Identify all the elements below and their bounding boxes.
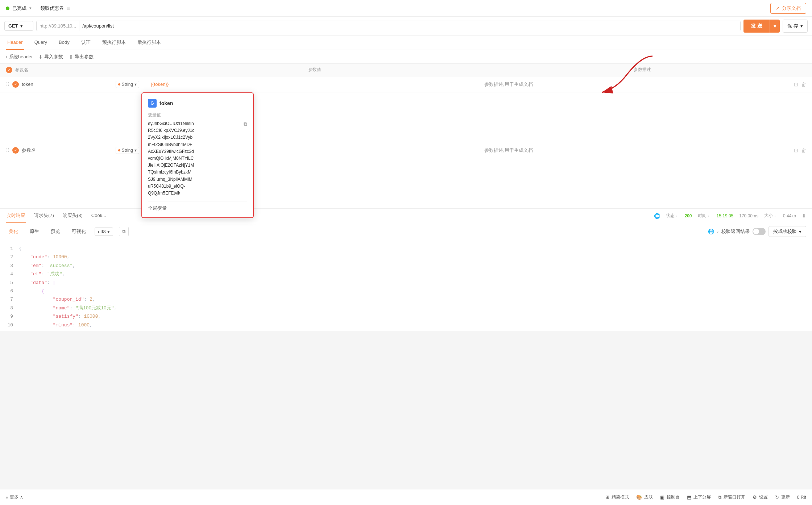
resp-tab-response-headers[interactable]: 响应头(8) [62,209,83,223]
param-type-2[interactable]: String ▾ [116,147,139,154]
size-value: 0.44kb [783,213,796,218]
size-label: 大小： [764,213,777,219]
token-value-row: eyJhbGciOiJIUzI1NiIsIn R5cCI6IkpXVCJ9.ey… [148,120,247,197]
list-icon: ≡ [67,5,70,12]
token-value-text: eyJhbGciOiJIUzI1NiIsIn R5cCI6IkpXVCJ9.ey… [148,120,194,197]
expand-system-header[interactable]: › 系统header [6,54,33,60]
resp-tab-cookies[interactable]: Cook... [91,209,107,223]
status-dot [6,7,9,10]
top-bar: 已完成 ▾ 领取优惠券 ≡ ↗ 分享文档 [0,0,812,17]
verify-toggle[interactable] [753,228,766,235]
row-actions-1: ⊡ 🗑 [794,82,806,87]
param-name-input-2[interactable] [22,147,113,153]
format-visual[interactable]: 可视化 [69,227,89,236]
token-popup-title: token [160,100,173,106]
verify-success-btn[interactable]: 按成功校验 ▾ [768,226,806,237]
drag-handle-icon-2[interactable]: ⠿ [6,147,9,153]
tab-header[interactable]: Header [6,36,24,50]
coupon-btn[interactable]: 领取优惠券 [40,5,64,12]
duration: 170.00ms [739,213,758,218]
save-button[interactable]: 保 存 ▾ [783,20,808,33]
tab-query[interactable]: Query [33,36,49,50]
download-icon[interactable]: ⬇ [802,213,806,219]
url-path-input[interactable] [79,21,740,31]
resp-toolbar: 美化 原生 预览 可视化 utf8 ▾ ⧉ 🌐 › 校验返回结果 按成功校验 ▾ [0,223,812,240]
param-delete-btn-2[interactable]: 🗑 [801,147,806,153]
resp-status-row: 🌐 状态： 200 时间： 15:19:05 170.00ms 大小： 0.44… [654,213,806,219]
sub-toolbar: › 系统header ⬇ 导入参数 ⬆ 导出参数 [0,50,812,64]
encoding-selector[interactable]: utf8 ▾ [95,228,113,236]
format-beautify[interactable]: 美化 [6,227,21,236]
param-doc-btn-1[interactable]: ⊡ [794,82,798,87]
global-vars-link[interactable]: 全局变量 [148,201,247,212]
chevron-right-verify: › [717,229,718,234]
row-check-1[interactable]: ✓ [12,81,19,88]
status-label: 状态： [666,213,679,219]
code-line: 10 "minus": 1000, [6,321,806,329]
param-desc-1: 参数描述,用于生成文档 [484,81,533,88]
copy-value-icon[interactable]: ⧉ [244,121,247,127]
param-desc-2: 参数描述,用于生成文档 [484,147,533,154]
param-value-cell-1: {{token}} [145,79,478,90]
type-dot-icon [118,83,120,85]
param-desc-cell-1: 参数描述,用于生成文档 ⊡ 🗑 [478,78,812,91]
save-chevron: ▾ [800,23,803,29]
format-raw[interactable]: 原生 [27,227,42,236]
chevron-right-icon: › [6,54,7,59]
code-line: 9 "satisfy": 10000, [6,312,806,321]
col-name-header: ✓ 参数名 [6,67,151,73]
code-line: 11 "Desc": "满100元减10元", [6,329,806,331]
verify-globe-icon: 🌐 [708,229,714,234]
param-row: ⠿ ✓ String ▾ {{token}} 参数描述,用于生成文档 ⊡ 🗑 [0,76,812,92]
tabs-bar: Header Query Body 认证 预执行脚本 后执行脚本 [0,36,812,50]
code-line: 6 { [6,287,806,295]
url-bar: GET ▾ http://39.105.10... 发 送 ▾ 保 存 ▾ [0,17,812,36]
send-button[interactable]: 发 送 ▾ [743,20,780,33]
code-line: 2 "code": 10000, [6,253,806,261]
row-check-2[interactable]: ✓ [12,147,19,154]
code-line: 4 "et": "成功", [6,270,806,278]
code-line: 3 "em": "success", [6,262,806,270]
param-name-input-1[interactable] [22,82,113,87]
import-params-btn[interactable]: ⬇ 导入参数 [38,54,63,60]
method-text: GET [8,23,18,29]
param-doc-btn-2[interactable]: ⊡ [794,147,798,153]
response-area: 实时响应 请求头(7) 响应头(8) Cook... 🌐 状态： 200 时间：… [0,208,812,331]
param-value-1: {{token}} [151,82,169,87]
method-select[interactable]: GET ▾ [4,21,33,31]
url-input-wrap: http://39.105.10... [36,21,741,31]
select-all-check[interactable]: ✓ [6,67,12,73]
resp-tab-realtime[interactable]: 实时响应 [6,209,26,223]
top-bar-left: 已完成 ▾ 领取优惠券 ≡ [6,5,70,12]
tab-pre-script[interactable]: 预执行脚本 [101,36,127,50]
copy-response-btn[interactable]: ⧉ [119,227,129,236]
format-preview[interactable]: 预览 [48,227,63,236]
send-dropdown-arrow[interactable]: ▾ [770,20,780,33]
status-label: 已完成 [12,5,26,12]
token-value-label: 变量值 [148,112,247,118]
resp-tab-request-headers[interactable]: 请求头(7) [33,209,55,223]
params-table: ✓ 参数名 参数值 参数描述 ⠿ ✓ String ▾ {{token}} 参数… [0,64,812,208]
verify-chevron: ▾ [799,229,801,234]
drag-handle-icon[interactable]: ⠿ [6,82,9,87]
share-btn[interactable]: ↗ 分享文档 [770,3,806,14]
export-params-btn[interactable]: ⬆ 导出参数 [69,54,94,60]
param-name-cell: ⠿ ✓ String ▾ [0,78,145,91]
code-line: 7 "coupon_id": 2, [6,295,806,304]
params-header: ✓ 参数名 参数值 参数描述 [0,64,812,76]
param-type-1[interactable]: String ▾ [116,81,139,88]
tab-auth[interactable]: 认证 [80,36,92,50]
time-value: 15:19:05 [717,213,734,218]
code-line: 8 "name": "满100元减10元", [6,304,806,312]
method-chevron: ▾ [20,23,23,29]
status-chevron[interactable]: ▾ [29,6,32,11]
row-actions-2: ⊡ 🗑 [794,147,806,153]
encoding-chevron: ▾ [107,229,110,234]
col-value-header: 参数值 [151,67,478,73]
tab-post-script[interactable]: 后执行脚本 [136,36,162,50]
verify-row: 🌐 › 校验返回结果 按成功校验 ▾ [708,226,806,237]
param-delete-btn-1[interactable]: 🗑 [801,82,806,87]
tab-body[interactable]: Body [57,36,71,50]
token-popup: G token 变量值 eyJhbGciOiJIUzI1NiIsIn R5cCI… [141,92,254,218]
globe-icon: 🌐 [654,213,660,219]
